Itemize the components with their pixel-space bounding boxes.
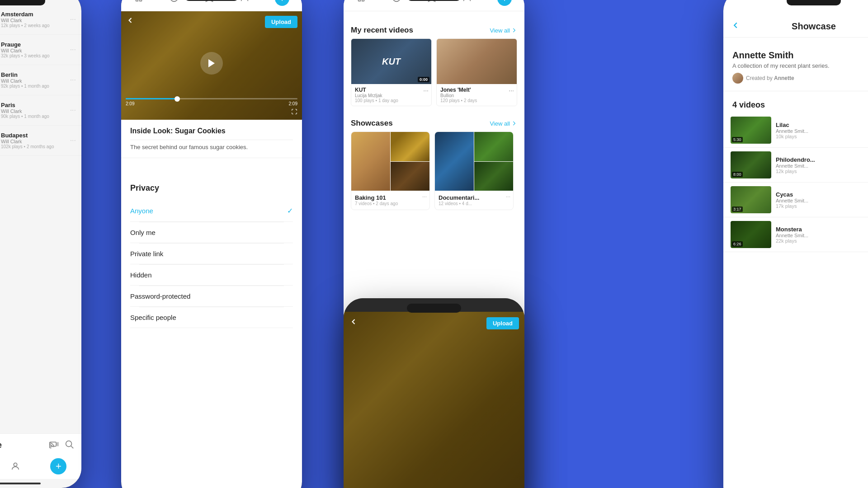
privacy-option-privatelink[interactable]: Private link [130,244,293,264]
video-title: Budapest [1,132,66,139]
progress-fill [126,98,177,99]
nav-profile-icon[interactable] [240,0,250,5]
privacy-option-specific[interactable]: Specific people [130,307,293,328]
duration-badge: 3:17 [732,206,743,212]
showcase-documentary[interactable]: Documentari... 12 videos • 4 d... ··· [434,131,514,210]
cast-icon[interactable] [49,439,59,451]
more-button[interactable]: ··· [422,193,427,200]
search-icon[interactable] [64,439,74,451]
fullscreen-icon[interactable] [291,108,297,116]
video-title: Inside Look: Sugar Cookies [130,127,293,135]
nav-home-icon[interactable] [134,0,144,5]
showcase-video-cycas[interactable]: 3:17 Cycas Annette Smit... 17k plays [723,183,868,217]
showcase-video-lilac[interactable]: 5:30 Lilac Annette Smit... 10k plays [723,113,868,148]
nav-profile-icon[interactable] [10,461,21,472]
showcases-header: Showcases View all [344,113,524,131]
more-button[interactable]: ··· [70,46,76,54]
list-item[interactable]: 7:29 Paris Will Clark 90k plays • 1 mont… [0,95,81,126]
video-info: Cycas Annette Smit... 17k plays [776,191,868,209]
nav-profile-icon[interactable] [462,0,472,5]
privacy-option-onlyme[interactable]: Only me [130,222,293,243]
video-info: Paris Will Clark 90k plays • 1 month ago [1,102,66,119]
created-by-text: Created by Annette [746,75,794,81]
author-name: Annette Smith [732,50,868,61]
showcase-thumb-cell [474,162,513,191]
more-button[interactable]: ··· [70,15,76,23]
video-info: KUT Lucija Mrzljak 100 plays • 1 day ago… [351,84,431,106]
video-overlay [344,312,524,488]
bottom-phone: Upload [344,298,524,488]
upload-button[interactable]: Upload [265,16,297,28]
back-button[interactable] [126,16,135,27]
list-item[interactable]: 7:29 Berlin Will Clark 92k plays • 1 mon… [0,65,81,95]
time-labels: 2:09 2:09 [126,101,297,106]
video-creator: Lucija Mrzljak [355,93,428,98]
view-all-recent[interactable]: View all [490,27,517,34]
showcase-page-title: Showcase [792,21,836,32]
privacy-option-hidden[interactable]: Hidden [130,265,293,286]
showcase-thumb-cell [391,162,429,191]
video-info: Amsterdam Will Clark 12k plays • 2 weeks… [1,11,66,28]
video-progress[interactable]: 2:09 2:09 [126,98,297,106]
more-button[interactable]: ··· [509,87,514,94]
video-thumbnail-jones [437,39,517,84]
privacy-option-anyone[interactable]: Anyone ✓ [130,200,293,222]
recent-video-jones[interactable]: Jones 'Melt' Bullion 120 plays • 2 days … [436,38,517,106]
author-description: A collection of my recent plant series. [732,62,868,69]
video-title: KUT [355,87,428,93]
more-button[interactable]: ··· [506,193,510,200]
progress-thumb [175,96,180,102]
nav-explore-icon[interactable] [392,0,401,5]
video-info: Monstera Annette Smit... 22k plays [776,226,868,244]
more-button[interactable]: ··· [70,136,76,145]
showcase-video-philodendro[interactable]: 8:00 Philodendro... Annette Smit... 12k … [723,148,868,183]
video-stats: 102k plays • 2 months ago [1,144,66,149]
video-stats: 120 plays • 2 days [440,98,513,103]
privacy-label-anyone: Anyone [130,207,153,215]
video-title: Paris [1,102,66,108]
privacy-option-password[interactable]: Password-protected [130,286,293,307]
video-stats: 17k plays [776,203,868,209]
more-button[interactable]: ··· [423,87,429,94]
top-navigation: + [121,0,302,11]
video-title: Prauge [1,41,66,48]
nav-explore-icon[interactable] [169,0,179,5]
recent-video-kut[interactable]: KUT 0:00 KUT Lucija Mrzljak 100 plays • … [351,38,432,106]
list-item[interactable]: 7:29 Budapest Will Clark 102k plays • 2 … [0,126,81,156]
svg-point-0 [14,463,17,466]
nav-home-icon[interactable] [356,0,366,5]
check-icon: ✓ [287,206,293,215]
notch [407,0,461,1]
nav-plus-button[interactable]: + [275,0,289,6]
left-phone-inner: 7:29 Amsterdam Will Clark 12k plays • 2 … [0,0,81,488]
svg-point-2 [66,441,72,447]
view-all-showcases[interactable]: View all [490,120,517,127]
video-info: Berlin Will Clark 92k plays • 1 month ag… [1,71,66,89]
list-item[interactable]: 7:29 Prauge Will Clark 32k plays • 3 wee… [0,35,81,65]
showcase-baking[interactable]: Baking 101 7 videos • 2 days ago ··· [351,131,430,210]
upload-button[interactable]: Upload [486,317,519,329]
video-info: Budapest Will Clark 102k plays • 2 month… [1,132,66,149]
nav-plus-button[interactable]: + [50,458,66,474]
back-button[interactable] [731,20,741,33]
video-stats: 12k plays • 2 weeks ago [1,23,66,28]
video-stats: 12k plays [776,169,868,174]
showcase-bar: Showcase [0,433,81,456]
play-button[interactable] [200,52,223,75]
video-creator: Annette Smit... [776,163,868,169]
video-info: Philodendro... Annette Smit... 12k plays [776,156,868,174]
nav-plus-button[interactable]: + [497,0,512,6]
duration-badge: 5:30 [732,137,743,142]
privacy-label-hidden: Hidden [130,271,152,279]
list-item[interactable]: 7:29 Amsterdam Will Clark 12k plays • 2 … [0,5,81,35]
svg-point-7 [393,0,401,1]
more-button[interactable]: ··· [70,76,76,84]
divider [130,140,293,140]
more-button[interactable]: ··· [70,106,76,114]
video-thumbnail: 8:00 [731,151,771,178]
top-navigation: + [344,0,524,11]
upload-phone: + Upload [121,0,302,488]
showcase-video-monstera[interactable]: 6:26 Monstera Annette Smit... 22k plays [723,217,868,252]
notch [0,0,45,5]
back-button[interactable] [349,317,358,328]
